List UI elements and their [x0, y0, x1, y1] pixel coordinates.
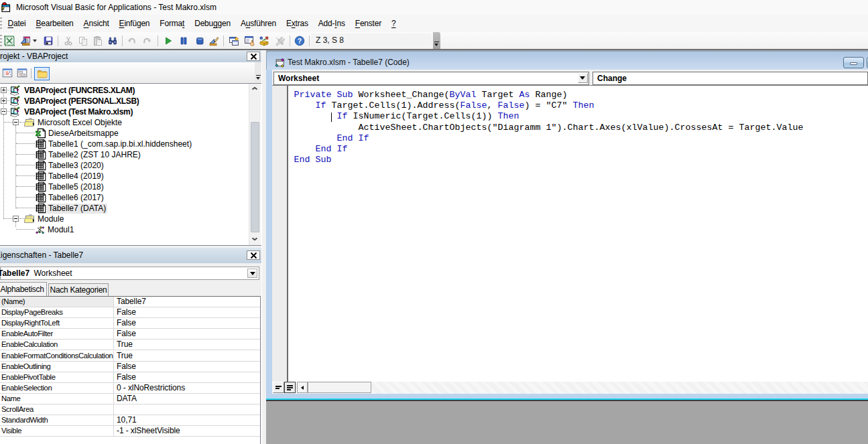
tree-item-label[interactable]: Tabelle4 (2019): [47, 171, 105, 181]
menubar-grip-handle[interactable]: [0, 17, 2, 30]
help-icon[interactable]: [294, 35, 305, 46]
undo-icon[interactable]: [127, 35, 137, 46]
property-row-standardwidth[interactable]: StandardWidth10,71: [0, 415, 260, 426]
property-value[interactable]: False: [115, 307, 261, 317]
menu-item-addins[interactable]: Add-Ins: [313, 15, 350, 32]
menu-item-?[interactable]: ?: [387, 15, 401, 32]
property-value[interactable]: 0 - xlNoRestrictions: [115, 383, 261, 393]
tab-categorized[interactable]: Nach Kategorien: [48, 283, 109, 296]
menu-item-extras[interactable]: Extras: [281, 15, 313, 32]
project-explorer-icon[interactable]: [229, 35, 239, 46]
stop-icon[interactable]: [194, 35, 205, 46]
toolbar-grip-handle[interactable]: [0, 35, 2, 48]
menu-item-format[interactable]: Format: [155, 15, 190, 32]
properties-panel-close-button[interactable]: [247, 250, 260, 260]
tree-item-label[interactable]: Microsoft Excel Objekte: [36, 118, 123, 128]
toolbox-icon[interactable]: [274, 35, 285, 46]
tree-item-microsoft-excel-objekte[interactable]: Microsoft Excel Objekte: [0, 117, 249, 128]
property-value[interactable]: -1 - xlSheetVisible: [115, 426, 261, 436]
tree-item-label[interactable]: Tabelle3 (2020): [47, 161, 105, 171]
tree-item-tabelle6-2017[interactable]: Tabelle6 (2017): [0, 192, 249, 203]
tree-item-module[interactable]: Module: [0, 214, 249, 224]
property-name[interactable]: EnableFormatConditionsCalculation: [0, 351, 114, 361]
tree-item-label[interactable]: Tabelle5 (2018): [47, 182, 105, 192]
property-name[interactable]: EnableCalculation: [0, 340, 114, 350]
tree-item-tabelle3-2020[interactable]: Tabelle3 (2020): [0, 160, 249, 171]
property-name[interactable]: Visible: [0, 426, 114, 436]
property-name[interactable]: StandardWidth: [0, 415, 114, 425]
property-value[interactable]: False: [115, 362, 261, 372]
property-name[interactable]: (Name): [0, 297, 114, 307]
hscroll-thumb[interactable]: [308, 382, 371, 393]
full-module-view-button[interactable]: [284, 382, 296, 393]
property-row-enableformatconditionscalculation[interactable]: EnableFormatConditionsCalculationTrue: [0, 351, 260, 362]
project-panel-titlebar[interactable]: Projekt - VBAProject: [0, 50, 261, 62]
insert-userform-icon[interactable]: [20, 35, 31, 46]
property-value[interactable]: True: [115, 351, 261, 361]
copy-icon[interactable]: [78, 35, 88, 46]
tree-item-label[interactable]: Modul1: [46, 225, 75, 235]
code-area[interactable]: Private Sub Worksheet_Change(ByVal Targe…: [288, 86, 868, 382]
property-value[interactable]: DATA: [115, 394, 261, 404]
object-selector-combobox[interactable]: Tabelle7 Worksheet: [0, 267, 259, 280]
procedure-view-button[interactable]: [273, 382, 284, 393]
property-row-enablepivottable[interactable]: EnablePivotTableFalse: [0, 372, 260, 383]
property-row-enableoutlining[interactable]: EnableOutliningFalse: [0, 362, 260, 372]
property-row-scrollarea[interactable]: ScrollArea: [0, 404, 260, 415]
tab-alphabetic[interactable]: Alphabetisch: [0, 282, 47, 296]
tree-item-label[interactable]: Tabelle6 (2017): [47, 193, 105, 203]
project-tree-scrollbar[interactable]: [249, 84, 261, 245]
hscroll-left-button[interactable]: [297, 382, 308, 393]
property-row-name[interactable]: (Name)Tabelle7: [0, 297, 260, 307]
property-value[interactable]: [115, 404, 261, 415]
property-name[interactable]: Name: [0, 394, 114, 404]
property-value[interactable]: False: [115, 318, 261, 328]
tree-item-label[interactable]: Tabelle2 (ZST 10 JAHRE): [47, 150, 142, 160]
tree-item-label[interactable]: VBAProject (PERSONAL.XLSB): [23, 96, 141, 106]
tree-item-tabelle1-com-sap-ip-bi-xl-hiddensheet[interactable]: Tabelle1 (_com.sap.ip.bi.xl.hiddensheet): [0, 139, 249, 149]
find-icon[interactable]: [107, 35, 118, 46]
run-icon[interactable]: [163, 35, 174, 46]
tree-item-label[interactable]: Tabelle7 (DATA): [47, 204, 107, 214]
property-row-visible[interactable]: Visible-1 - xlSheetVisible: [0, 426, 260, 437]
view-microsoft-excel-icon[interactable]: [4, 35, 15, 46]
scroll-down-button[interactable]: [249, 234, 260, 245]
scroll-up-button[interactable]: [249, 84, 260, 94]
menu-item-bearbeiten[interactable]: Bearbeiten: [31, 15, 78, 32]
view-code-icon[interactable]: [2, 68, 13, 78]
property-row-enableselection[interactable]: EnableSelection0 - xlNoRestrictions: [0, 383, 260, 394]
property-name[interactable]: ScrollArea: [0, 404, 114, 415]
tree-item-label[interactable]: DieseArbeitsmappe: [47, 129, 120, 139]
property-value[interactable]: False: [115, 329, 261, 339]
property-row-enableautofilter[interactable]: EnableAutoFilterFalse: [0, 329, 260, 340]
property-name[interactable]: DisplayRightToLeft: [0, 318, 114, 328]
property-value[interactable]: True: [115, 340, 261, 350]
object-combobox[interactable]: Worksheet: [273, 72, 589, 85]
menu-item-ansicht[interactable]: Ansicht: [78, 15, 114, 32]
project-panel-close-button[interactable]: [247, 52, 260, 61]
properties-window-icon[interactable]: [244, 35, 255, 46]
object-combo-dropdown-button[interactable]: [578, 73, 588, 83]
tree-item-tabelle7-data[interactable]: Tabelle7 (DATA): [0, 203, 249, 214]
tree-item-vbaproject-test-makro-xlsm[interactable]: VBAProject (Test Makro.xlsm): [0, 106, 249, 117]
property-name[interactable]: EnableOutlining: [0, 362, 114, 372]
menu-item-ausfhren[interactable]: Ausführen: [235, 15, 281, 32]
properties-panel-titlebar[interactable]: Eigenschaften - Tabelle7: [0, 248, 261, 263]
collapse-icon[interactable]: [13, 119, 19, 125]
project-toolbar-overflow-button[interactable]: [255, 62, 261, 82]
tree-item-label[interactable]: Module: [36, 214, 65, 224]
property-value[interactable]: 10,71: [115, 415, 261, 425]
tree-item-vbaproject-funcres-xlam[interactable]: VBAProject (FUNCRES.XLAM): [0, 85, 249, 96]
menu-item-fenster[interactable]: Fenster: [350, 15, 386, 32]
tree-item-tabelle4-2019[interactable]: Tabelle4 (2019): [0, 171, 249, 181]
tree-item-tabelle5-2018[interactable]: Tabelle5 (2018): [0, 181, 249, 192]
property-row-displayrighttoleft[interactable]: DisplayRightToLeftFalse: [0, 318, 260, 329]
design-mode-icon[interactable]: [208, 35, 219, 46]
paste-icon[interactable]: [92, 35, 103, 46]
property-name[interactable]: EnableSelection: [0, 383, 114, 393]
menu-item-einfgen[interactable]: Einfügen: [114, 15, 155, 32]
property-name[interactable]: EnableAutoFilter: [0, 329, 114, 339]
menu-item-datei[interactable]: Datei: [3, 15, 31, 32]
object-selector-dropdown-button[interactable]: [247, 269, 257, 278]
tree-item-modul1[interactable]: Modul1: [0, 224, 249, 235]
